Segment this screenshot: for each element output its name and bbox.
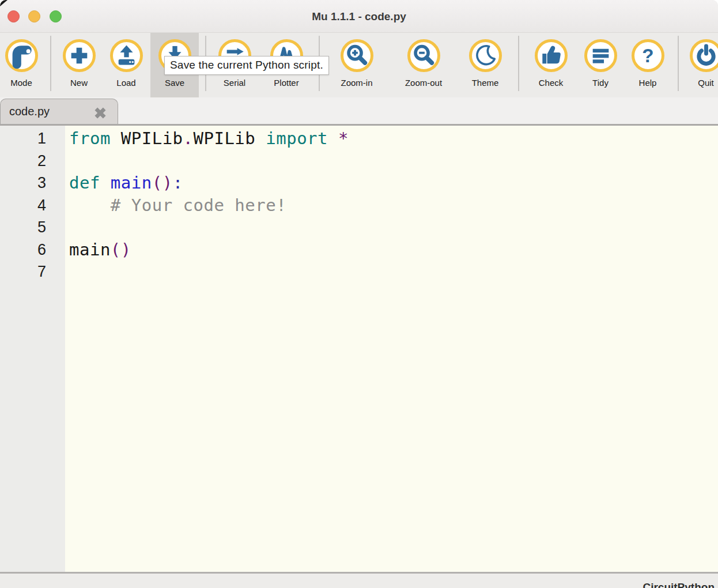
line-number: 3 xyxy=(0,172,65,194)
mouse-cursor xyxy=(0,0,7,6)
toolbar-button-label: Theme xyxy=(461,78,509,88)
code-token-plain: main xyxy=(69,240,111,259)
toolbar-button-load[interactable]: Load xyxy=(102,33,150,97)
toolbar-button-label: Mode xyxy=(0,78,46,88)
code-token-operator: * xyxy=(338,129,349,148)
toolbar-button-label: Plotter xyxy=(262,78,311,88)
toolbar-button-label: Zoom-in xyxy=(332,78,381,88)
zoom-in-icon xyxy=(341,39,373,72)
toolbar-button-label: Serial xyxy=(210,78,259,88)
mode-icon xyxy=(5,39,38,72)
status-bar: CircuitPython xyxy=(0,574,718,588)
tab-label: code.py xyxy=(9,105,50,118)
toolbar-button-label: Zoom-out xyxy=(399,78,448,88)
code-line xyxy=(69,150,718,172)
code-token-keyword: from xyxy=(69,129,111,148)
toolbar-button-label: Tidy xyxy=(576,78,625,88)
help-icon: ? xyxy=(632,39,664,72)
save-tooltip: Save the current Python script. xyxy=(164,56,329,75)
line-number: 5 xyxy=(0,216,65,239)
toolbar-button-tidy[interactable]: Tidy xyxy=(576,33,625,97)
toolbar-button-label: Check xyxy=(527,78,575,88)
toolbar-button-zoom-out[interactable]: Zoom-out xyxy=(399,33,448,97)
code-token-operator: . xyxy=(183,129,194,148)
toolbar-button-label: Save xyxy=(150,78,199,88)
toolbar-button-help[interactable]: ?Help xyxy=(623,33,672,97)
code-token-function: main xyxy=(111,173,152,193)
zoom-out-icon xyxy=(407,39,440,72)
load-icon xyxy=(110,39,143,72)
code-area[interactable]: from WPILib.WPILib import * def main(): … xyxy=(65,126,718,572)
tidy-icon xyxy=(584,39,617,72)
toolbar-separator xyxy=(678,36,679,91)
code-token-plain xyxy=(255,129,266,148)
toolbar-button-new[interactable]: New xyxy=(55,33,103,97)
code-token-operator: () xyxy=(152,173,173,193)
toolbar-button-label: Load xyxy=(102,78,150,88)
code-token-keyword: import xyxy=(266,129,328,148)
line-number: 2 xyxy=(0,150,65,172)
toolbar-button-mode[interactable]: Mode xyxy=(0,33,46,97)
toolbar-button-theme[interactable]: Theme xyxy=(461,33,509,97)
toolbar-separator xyxy=(518,36,519,91)
toolbar-separator xyxy=(50,36,51,91)
toolbar-button-label: Quit xyxy=(682,78,718,88)
code-token-comment: # Your code here! xyxy=(69,195,286,215)
toolbar: ModeNewLoadSaveSerialPlotterZoom-inZoom-… xyxy=(0,33,718,97)
code-line: def main(): xyxy=(69,172,718,194)
line-number: 1 xyxy=(0,127,65,150)
toolbar-button-zoom-in[interactable]: Zoom-in xyxy=(332,33,381,97)
line-number: 7 xyxy=(0,261,65,283)
check-icon xyxy=(535,39,568,72)
code-token-plain xyxy=(100,173,111,193)
toolbar-button-quit[interactable]: Quit xyxy=(682,33,718,97)
code-token-keyword: def xyxy=(69,173,100,193)
code-line xyxy=(69,216,718,239)
code-editor[interactable]: 1234567 from WPILib.WPILib import * def … xyxy=(0,126,718,572)
code-token-plain xyxy=(328,129,338,148)
window-titlebar: Mu 1.1.1 - code.py xyxy=(0,0,718,33)
tab-code-py[interactable]: code.py xyxy=(0,99,118,126)
line-number: 4 xyxy=(0,194,65,217)
tab-close-icon[interactable] xyxy=(93,106,107,120)
code-token-plain: WPILib xyxy=(194,129,256,148)
code-line: from WPILib.WPILib import * xyxy=(69,127,718,150)
code-line: main() xyxy=(69,239,718,261)
line-number-gutter: 1234567 xyxy=(0,126,65,572)
toolbar-button-label: New xyxy=(55,78,103,88)
new-icon xyxy=(63,39,96,72)
code-line: # Your code here! xyxy=(69,194,718,217)
theme-icon xyxy=(469,39,502,72)
code-token-operator: () xyxy=(111,240,131,259)
app-window: Mu 1.1.1 - code.py ModeNewLoadSaveSerial… xyxy=(0,0,718,588)
code-line xyxy=(69,261,718,283)
tab-bar: code.py xyxy=(0,97,718,126)
window-title: Mu 1.1.1 - code.py xyxy=(0,0,718,33)
code-token-colon: : xyxy=(173,173,183,193)
code-token-plain: WPILib xyxy=(111,129,183,148)
line-number: 6 xyxy=(0,239,65,261)
toolbar-button-label: Help xyxy=(623,78,672,88)
toolbar-button-check[interactable]: Check xyxy=(527,33,575,97)
svg-text:?: ? xyxy=(642,45,653,66)
mode-indicator: CircuitPython xyxy=(643,581,715,588)
quit-icon xyxy=(690,39,718,72)
